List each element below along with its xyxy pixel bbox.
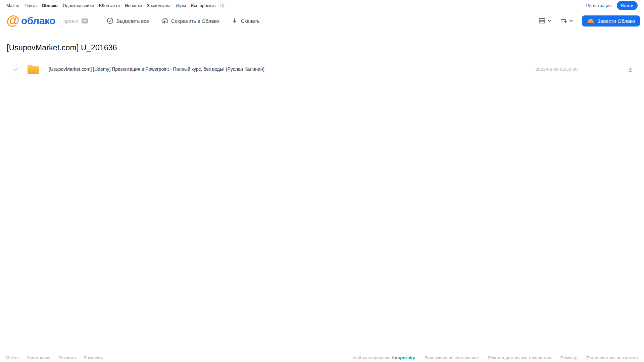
file-row[interactable]: [UsupovMarket.com] [Udemy] Презентация в…: [0, 61, 644, 77]
kaspersky-logo[interactable]: kaspersky: [392, 355, 415, 360]
nav-item-oblako[interactable]: Облако: [42, 3, 58, 8]
file-date: 2023-06-08 05:50:00: [536, 67, 578, 72]
portal-nav: Mail.ru Почта Облако Одноклассники ВКонт…: [0, 0, 644, 11]
nav-item-novosti[interactable]: Новости: [125, 3, 142, 8]
chevron-down-icon: [569, 19, 573, 22]
nav-item-pochta[interactable]: Почта: [24, 3, 37, 8]
logo-wordmark: облако: [21, 15, 55, 27]
get-cloud-button[interactable]: Завести Облако: [582, 15, 640, 27]
nav-item-odnoklassniki[interactable]: Одноклассники: [63, 3, 94, 8]
select-all-button[interactable]: Выделить все: [107, 17, 149, 24]
folder-icon: [27, 64, 40, 75]
download-button[interactable]: Скачать: [231, 17, 260, 24]
row-download-icon[interactable]: [627, 66, 634, 72]
action-toolbar: Выделить все Сохранить в Облако Скачать: [107, 17, 260, 24]
footer-link-ads[interactable]: Реклама: [58, 355, 76, 360]
page-title: [UsupovMarket.com] U_201636: [7, 43, 644, 52]
footer-link-help[interactable]: Помощь: [560, 355, 577, 360]
cloud-logo[interactable]: @ облако | проект vk: [6, 15, 88, 27]
footer-link-license[interactable]: Лицензионное соглашение: [424, 355, 479, 360]
kaspersky-protected: Файлы защищены kaspersky: [353, 355, 415, 360]
register-link[interactable]: Регистрация: [586, 3, 612, 8]
cloud-upload-icon: [161, 17, 168, 24]
main-content: [UsupovMarket.com] U_201636 [UsupovMarke…: [0, 43, 644, 77]
footer-right-links: Файлы защищены kaspersky Лицензионное со…: [353, 355, 638, 360]
checkmark-icon: [14, 67, 18, 71]
download-arrow-icon: [231, 17, 238, 24]
logo-project-label: проект: [63, 18, 79, 24]
header: @ облако | проект vk Выделить все: [0, 11, 644, 31]
file-name-link[interactable]: [UsupovMarket.com] [Udemy] Презентация в…: [49, 66, 264, 72]
chevron-down-icon: [547, 19, 551, 22]
apps-grid-icon[interactable]: [220, 3, 225, 8]
login-button[interactable]: Войти: [617, 1, 638, 10]
view-mode-selector[interactable]: [536, 16, 553, 25]
footer-link-report-content[interactable]: Пожаловаться на контент: [586, 355, 638, 360]
check-circle-icon: [107, 17, 113, 24]
orange-cloud-icon: [587, 18, 594, 24]
auth-area: Регистрация Войти: [586, 1, 638, 10]
footer-left-links: Mail.ru О компании Реклама Вакансии: [6, 355, 103, 360]
sort-selector[interactable]: [558, 16, 575, 25]
footer: Mail.ru О компании Реклама Вакансии Файл…: [0, 353, 644, 362]
nav-item-vkontakte[interactable]: ВКонтакте: [99, 3, 120, 8]
footer-link-about[interactable]: О компании: [27, 355, 51, 360]
nav-item-igry[interactable]: Игры: [176, 3, 186, 8]
select-all-label: Выделить все: [116, 18, 149, 24]
mailru-at-icon: @: [6, 13, 19, 27]
nav-item-mailru[interactable]: Mail.ru: [6, 3, 19, 8]
save-to-cloud-button[interactable]: Сохранить в Облако: [161, 17, 219, 24]
footer-link-recommendation-tech[interactable]: Рекомендательные технологии: [488, 355, 551, 360]
get-cloud-label: Завести Облако: [597, 18, 635, 24]
nav-item-znakomstva[interactable]: Знакомства: [147, 3, 170, 8]
save-to-cloud-label: Сохранить в Облако: [171, 18, 219, 24]
sort-icon: [560, 17, 567, 24]
list-view-icon: [538, 17, 546, 24]
logo-project-suffix: | проект vk: [59, 18, 88, 24]
header-right-controls: Завести Облако: [536, 15, 640, 27]
download-label: Скачать: [241, 18, 260, 24]
nav-item-all-projects[interactable]: Все проекты: [191, 3, 216, 8]
logo-divider: |: [59, 18, 61, 24]
footer-link-jobs[interactable]: Вакансии: [84, 355, 103, 360]
footer-link-mailru[interactable]: Mail.ru: [6, 355, 19, 360]
row-checkbox[interactable]: [11, 64, 21, 74]
vk-badge-icon: vk: [82, 18, 88, 23]
protected-label: Файлы защищены: [353, 355, 390, 360]
